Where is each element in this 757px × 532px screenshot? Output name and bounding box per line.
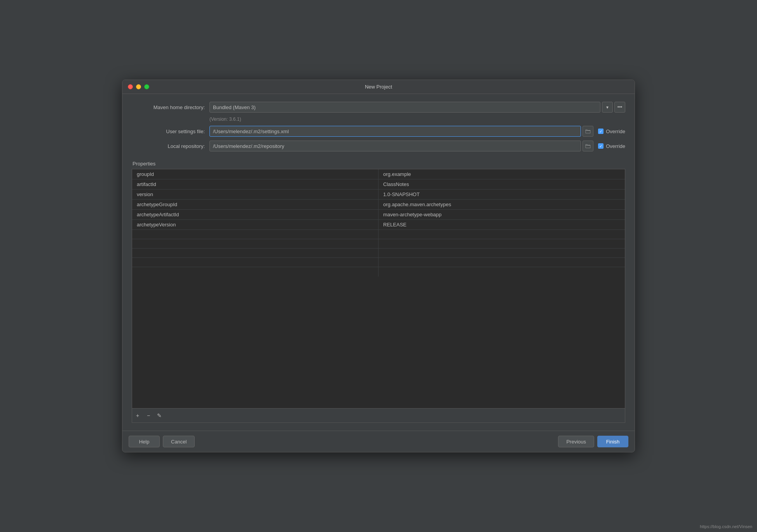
title-bar: New Project — [122, 80, 635, 94]
prop-key-groupid: groupId — [132, 169, 378, 179]
finish-button[interactable]: Finish — [597, 436, 628, 447]
prop-value-artifactid: ClassNotes — [378, 179, 625, 189]
user-settings-label: User settings file: — [132, 129, 209, 134]
table-row-empty — [132, 230, 625, 239]
table-row-empty-3 — [132, 249, 625, 258]
local-repo-input[interactable] — [209, 141, 581, 151]
maven-home-more-button[interactable]: ••• — [614, 102, 625, 113]
properties-toolbar: + − ✎ — [132, 409, 625, 423]
maven-home-select-value: Bundled (Maven 3) — [213, 104, 256, 110]
prop-key-archetypeartifactid: archetypeArtifactId — [132, 210, 378, 219]
prop-value-archetypegroupid: org.apache.maven.archetypes — [378, 200, 625, 209]
remove-property-button[interactable]: − — [145, 412, 152, 419]
table-row: archetypeGroupId org.apache.maven.archet… — [132, 200, 625, 210]
local-repo-label: Local repository: — [132, 143, 209, 149]
properties-section: Properties groupId org.example artifactI… — [132, 161, 625, 423]
maven-home-row: Maven home directory: Bundled (Maven 3) … — [132, 102, 625, 113]
prop-key-version: version — [132, 190, 378, 199]
table-row: artifactId ClassNotes — [132, 179, 625, 190]
prop-value-archetypeartifactid: maven-archetype-webapp — [378, 210, 625, 219]
properties-table: groupId org.example artifactId ClassNote… — [132, 169, 625, 409]
prop-value-archetypeversion: RELEASE — [378, 220, 625, 229]
table-row-empty-4 — [132, 258, 625, 267]
prop-value-version: 1.0-SNAPSHOT — [378, 190, 625, 199]
table-row: archetypeArtifactId maven-archetype-weba… — [132, 210, 625, 220]
maven-version-text: (Version: 3.6.1) — [209, 116, 625, 122]
watermark: https://blog.csdn.net/Vinsen — [700, 524, 752, 529]
local-repo-override-checkbox[interactable]: ✓ — [598, 143, 604, 149]
bottom-left-buttons: Help Cancel — [129, 436, 195, 447]
maven-home-select[interactable]: Bundled (Maven 3) — [209, 102, 600, 113]
local-repo-override-label: Override — [606, 143, 625, 149]
table-row-empty-5 — [132, 267, 625, 276]
user-settings-row: User settings file: ✓ Override — [132, 126, 625, 137]
main-content: Maven home directory: Bundled (Maven 3) … — [122, 94, 635, 431]
checkbox-checkmark-2: ✓ — [599, 144, 602, 148]
local-repo-override-group: ✓ Override — [598, 143, 625, 149]
user-settings-override-label: Override — [606, 129, 625, 134]
table-row-empty-2 — [132, 239, 625, 249]
properties-header: Properties — [132, 161, 625, 167]
previous-button[interactable]: Previous — [558, 436, 594, 447]
close-button[interactable] — [128, 84, 133, 89]
prop-value-groupid: org.example — [378, 169, 625, 179]
add-property-button[interactable]: + — [134, 412, 141, 419]
bottom-right-buttons: Previous Finish — [558, 436, 628, 447]
traffic-lights — [128, 84, 149, 89]
prop-key-archetypegroupid: archetypeGroupId — [132, 200, 378, 209]
bottom-bar: Help Cancel Previous Finish — [122, 431, 635, 452]
help-button[interactable]: Help — [129, 436, 160, 447]
local-repo-browse-button[interactable] — [583, 141, 593, 151]
local-repo-row: Local repository: ✓ Override — [132, 141, 625, 151]
window-title: New Project — [365, 84, 392, 90]
cancel-button[interactable]: Cancel — [163, 436, 195, 447]
edit-property-button[interactable]: ✎ — [155, 412, 163, 419]
user-settings-input[interactable] — [209, 126, 581, 137]
table-row: groupId org.example — [132, 169, 625, 179]
maximize-button[interactable] — [144, 84, 149, 89]
user-settings-browse-button[interactable] — [583, 126, 593, 137]
maven-home-label: Maven home directory: — [132, 104, 209, 110]
table-row: version 1.0-SNAPSHOT — [132, 190, 625, 200]
prop-key-artifactid: artifactId — [132, 179, 378, 189]
new-project-window: New Project Maven home directory: Bundle… — [122, 80, 635, 452]
maven-home-input-group: Bundled (Maven 3) ▼ ••• — [209, 102, 625, 113]
local-repo-input-group: ✓ Override — [209, 141, 625, 151]
prop-key-archetypeversion: archetypeVersion — [132, 220, 378, 229]
properties-table-inner: groupId org.example artifactId ClassNote… — [132, 169, 625, 276]
minimize-button[interactable] — [136, 84, 141, 89]
table-row: archetypeVersion RELEASE — [132, 220, 625, 230]
user-settings-override-group: ✓ Override — [598, 129, 625, 134]
user-settings-override-checkbox[interactable]: ✓ — [598, 129, 604, 134]
maven-home-dropdown-arrow[interactable]: ▼ — [602, 102, 613, 113]
checkbox-checkmark: ✓ — [599, 129, 602, 134]
user-settings-input-group: ✓ Override — [209, 126, 625, 137]
